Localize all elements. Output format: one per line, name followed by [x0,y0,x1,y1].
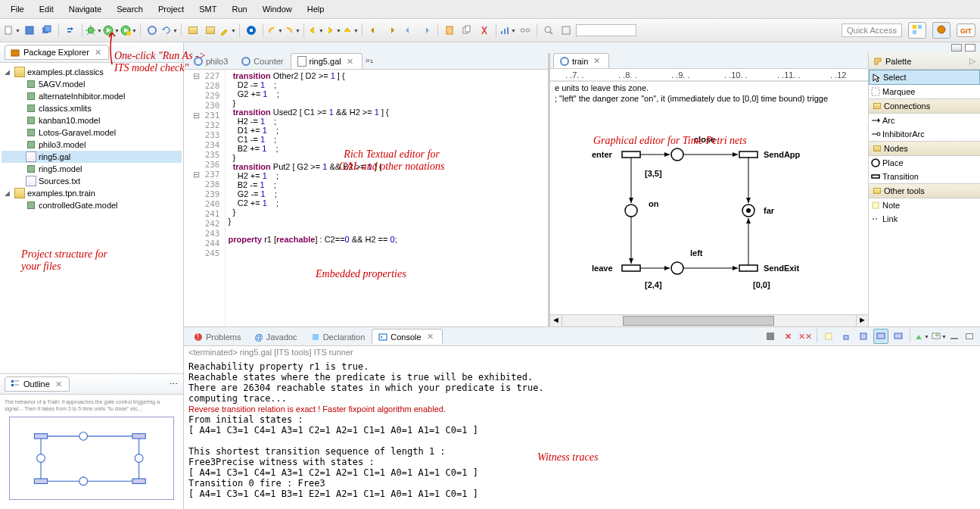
gal-button[interactable] [145,23,160,38]
tree-file[interactable]: classics.xmlits [2,102,182,114]
close-icon[interactable]: ✕ [92,48,104,58]
clear-button[interactable] [821,329,836,344]
undo-nav-button[interactable]: ▼ [267,23,282,38]
transition-enter[interactable] [622,151,640,158]
menu-smt[interactable]: SMT [191,2,224,17]
new-button[interactable]: ▼ [5,23,20,38]
tree-file[interactable]: ring5.model [2,163,182,175]
forward-button[interactable]: ▼ [325,23,341,38]
tool-button[interactable]: ▼ [220,23,235,38]
java-perspective-button[interactable] [932,22,950,39]
back-button[interactable]: ▼ [308,23,323,38]
transition-sendapp[interactable] [739,151,758,158]
save-button[interactable] [22,23,37,38]
palette-section-connections[interactable]: Connections [869,98,980,114]
menu-file[interactable]: File [3,2,32,17]
place-left[interactable] [671,262,683,274]
close-icon[interactable]: ✕ [591,56,602,66]
copy-button[interactable] [459,23,474,38]
menu-window[interactable]: Window [255,2,300,17]
zoom-button[interactable] [541,23,556,38]
cut-button[interactable] [477,23,492,38]
show-console-button[interactable] [891,329,906,344]
new-console-button[interactable]: +▼ [932,329,947,344]
tab-console[interactable]: Console✕ [372,329,442,344]
run-button[interactable]: ▼ [104,23,119,38]
package-explorer-tab[interactable]: Package Explorer ✕ [5,45,109,60]
new-folder-button[interactable] [185,23,201,38]
palette-inhibitor-arc[interactable]: InhibitorArc [869,127,980,141]
tab-javadoc[interactable]: @Javadoc [247,329,303,344]
console-output[interactable]: Reachability property r1 is true. Reacha… [184,358,980,509]
zoom-fit-button[interactable] [558,23,574,38]
save-all-button[interactable] [39,23,54,38]
tab-ring5[interactable]: ring5.gal✕ [291,53,362,69]
palette-note[interactable]: Note [869,198,980,212]
open-folder-button[interactable] [203,23,218,38]
terminate-button[interactable] [763,329,778,344]
menu-navigate[interactable]: Navigate [61,2,109,17]
tree-file[interactable]: alternateInhibitor.model [2,90,182,102]
outline-tab[interactable]: Outline ✕ [5,376,70,392]
quick-access-field[interactable]: Quick Access [842,23,902,37]
menu-search[interactable]: Search [109,2,151,17]
tab-counter[interactable]: Counter [235,53,290,69]
palette-link[interactable]: Link [869,212,980,226]
link-button[interactable] [518,23,533,38]
switch-button[interactable] [63,23,78,38]
outline-tool-button[interactable]: ⋯ [168,379,179,389]
tab-declaration[interactable]: Declaration [304,329,372,344]
max-button[interactable] [962,329,977,344]
tree-project[interactable]: ◢examples.tpn.train [2,187,182,199]
tree-file[interactable]: philo3.model [2,139,182,151]
palette-section-nodes[interactable]: Nodes [869,141,980,156]
transition-leave[interactable] [622,265,640,271]
project-tree[interactable]: ◢examples.pt.classics5AGV.modelalternate… [0,63,183,373]
chart-button[interactable]: ▼ [500,23,515,38]
palette-transition[interactable]: Transition [869,170,980,183]
palette-select[interactable]: Select [869,70,980,85]
refresh-button[interactable]: ▼ [162,23,177,38]
up-button[interactable]: ▼ [343,23,358,38]
open-console-button[interactable]: ▼ [914,329,929,344]
minimize-button[interactable] [951,44,962,52]
petri-net-canvas[interactable]: e units to leave this zone. ; "left" the… [550,81,868,326]
code-editor[interactable]: ⊟ 227228229230⊟ 231232233234235236⊟ 2372… [184,70,548,326]
more-tabs-indicator[interactable]: »₁ [362,53,376,69]
place-close[interactable] [671,148,683,161]
open-perspective-button[interactable] [908,22,926,39]
outline-thumbnail[interactable] [9,417,174,500]
menu-help[interactable]: Help [300,2,332,17]
close-icon[interactable]: ✕ [425,332,436,342]
transition-sendexit[interactable] [739,265,758,271]
palette-marquee[interactable]: Marquee [869,85,980,98]
min-button[interactable] [949,329,960,344]
remove-all-button[interactable]: ✕✕ [798,329,813,344]
tab-philo3[interactable]: philo3 [187,53,235,69]
tree-file[interactable]: kanban10.model [2,114,182,126]
place-on[interactable] [625,205,637,217]
tab-problems[interactable]: !Problems [187,329,247,344]
run-last-button[interactable]: ▼ [121,23,136,38]
next-edit-button[interactable] [418,23,434,38]
close-icon[interactable]: ✕ [344,57,356,67]
palette-arc[interactable]: Arc [869,114,980,127]
maximize-button[interactable] [965,44,975,52]
scroll-lock-button[interactable] [838,329,854,344]
remove-button[interactable]: ✕ [780,329,795,344]
palette-place[interactable]: Place [869,156,980,170]
git-perspective-button[interactable]: GIT [957,23,975,37]
display-button[interactable] [873,329,888,344]
close-icon[interactable]: ✕ [53,379,64,389]
palette-section-other[interactable]: Other tools [869,183,980,198]
next-annotation-button[interactable] [384,23,399,38]
h-scrollbar[interactable]: ◄ ► [550,314,868,326]
menu-edit[interactable]: Edit [32,2,61,17]
paste-button[interactable] [442,23,457,38]
chevron-right-icon[interactable]: ▷ [969,56,975,66]
zoom-input[interactable] [576,24,636,36]
tree-project[interactable]: ◢examples.pt.classics [2,66,182,78]
debug-button[interactable]: ▼ [86,23,101,38]
pin-button[interactable] [856,329,871,344]
stop-button[interactable] [244,23,259,38]
